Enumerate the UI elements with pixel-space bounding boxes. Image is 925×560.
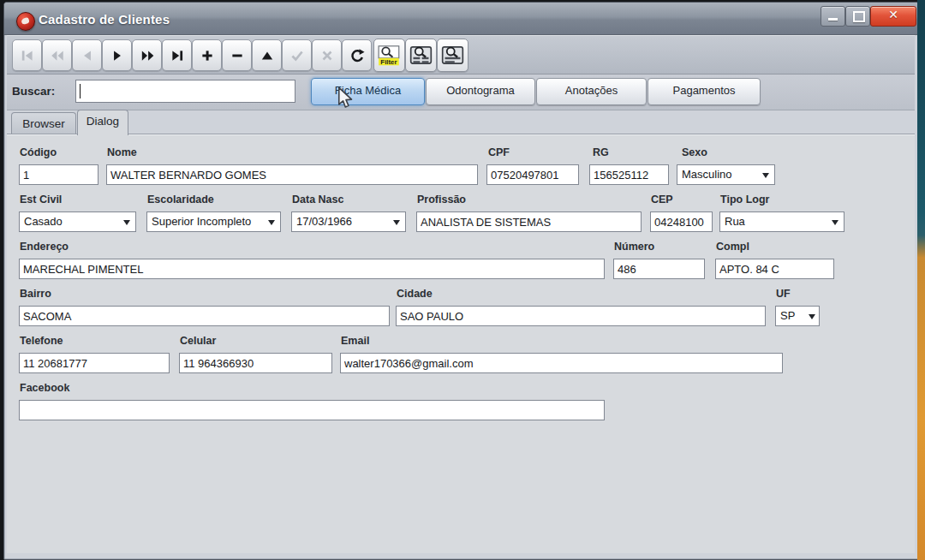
sexo-combobox[interactable]: Masculino [677, 164, 775, 185]
nav-next-page-button[interactable] [132, 39, 162, 71]
cpf-label: CPF [488, 146, 510, 158]
nav-first-button[interactable] [12, 39, 42, 71]
odontograma-button[interactable]: Odontograma [426, 78, 535, 105]
nav-last-button[interactable] [162, 39, 192, 71]
refresh-icon [349, 48, 365, 63]
sexo-value: Masculino [682, 168, 732, 181]
nav-delete-button[interactable] [222, 39, 252, 71]
delete-record-icon [230, 48, 245, 63]
search-input[interactable] [75, 80, 295, 103]
app-icon [16, 12, 35, 31]
post-edit-icon [289, 48, 305, 63]
find-record-icon [409, 45, 433, 66]
telefone-field[interactable] [19, 353, 170, 373]
escolaridade-label: Escolaridade [147, 194, 214, 206]
escolaridade-combobox[interactable]: Superior Incompleto [146, 211, 281, 232]
chevron-down-icon [762, 173, 769, 178]
nav-refresh-button[interactable] [342, 39, 372, 71]
email-field[interactable] [340, 353, 783, 373]
last-record-icon [170, 48, 185, 63]
pagamentos-button[interactable]: Pagamentos [648, 78, 761, 105]
search-label: Buscar: [12, 85, 55, 98]
celular-label: Celular [180, 335, 216, 347]
nav-edit-button[interactable] [252, 39, 282, 71]
est-civil-label: Est Civil [20, 194, 62, 206]
numero-label: Número [614, 241, 654, 253]
codigo-label: Código [20, 146, 57, 158]
first-record-icon [20, 48, 35, 63]
profissao-label: Profissão [417, 194, 466, 206]
nome-label: Nome [107, 146, 137, 158]
uf-value: SP [780, 309, 795, 322]
insert-record-icon [200, 48, 215, 63]
facebook-field[interactable] [19, 400, 605, 420]
screen: Cadastro de Clientes ✕ Filter [0, 0, 925, 560]
text-caret [80, 84, 81, 98]
uf-label: UF [776, 288, 791, 300]
minimize-icon [828, 18, 838, 21]
est-civil-value: Casado [24, 215, 63, 228]
cidade-field[interactable] [396, 306, 766, 326]
tab-dialog[interactable]: Dialog [77, 110, 128, 135]
uf-combobox[interactable]: SP [775, 306, 820, 326]
prior-record-icon [80, 48, 95, 63]
data-nasc-picker[interactable]: 17/03/1966 [291, 211, 406, 232]
bairro-field[interactable] [19, 306, 390, 326]
filter-label: Filter [380, 58, 397, 66]
search-dialog-icon [441, 45, 464, 66]
rg-label: RG [593, 146, 609, 158]
chevron-down-icon [809, 314, 815, 319]
est-civil-combobox[interactable]: Casado [19, 211, 136, 232]
maximize-icon [853, 11, 865, 22]
anotacoes-button[interactable]: Anotações [536, 78, 647, 105]
data-nasc-label: Data Nasc [292, 194, 343, 206]
nav-insert-button[interactable] [192, 39, 222, 71]
endereco-field[interactable] [19, 259, 605, 279]
nav-prior-button[interactable] [72, 39, 102, 71]
desktop-wallpaper [917, 0, 925, 560]
filter-button[interactable]: Filter [373, 39, 405, 72]
facebook-label: Facebook [20, 382, 69, 394]
window-title: Cadastro de Clientes [39, 12, 170, 27]
nav-cancel-button[interactable] [312, 39, 342, 71]
data-nasc-value: 17/03/1966 [296, 215, 352, 228]
compl-field[interactable] [715, 259, 834, 279]
cidade-label: Cidade [397, 288, 433, 300]
cep-field[interactable] [650, 211, 713, 232]
next-page-icon [140, 48, 155, 63]
rg-field[interactable] [589, 164, 669, 185]
codigo-field[interactable] [19, 164, 98, 185]
chevron-down-icon [832, 220, 838, 225]
nav-next-button[interactable] [102, 39, 132, 71]
search-dialog-button[interactable] [437, 39, 468, 72]
email-label: Email [341, 335, 369, 347]
bairro-label: Bairro [20, 288, 51, 300]
nome-field[interactable] [106, 164, 478, 185]
filter-icon: Filter [378, 45, 401, 66]
chevron-down-icon [393, 220, 400, 225]
cancel-edit-icon [319, 48, 335, 63]
escolaridade-value: Superior Incompleto [152, 215, 251, 228]
prior-page-icon [50, 48, 65, 63]
cep-label: CEP [651, 194, 673, 206]
titlebar[interactable]: Cadastro de Clientes [4, 3, 917, 35]
next-record-icon [110, 48, 125, 63]
maximize-button[interactable] [845, 6, 870, 27]
find-record-button[interactable] [405, 39, 437, 72]
telefone-label: Telefone [20, 335, 63, 347]
tipo-logr-combobox[interactable]: Rua [719, 211, 844, 232]
compl-label: Compl [716, 241, 749, 253]
minimize-button[interactable] [821, 6, 845, 27]
edit-record-icon [260, 48, 275, 63]
tab-browser[interactable]: Browser [11, 112, 76, 135]
close-button[interactable]: ✕ [870, 6, 916, 27]
numero-field[interactable] [613, 259, 705, 279]
profissao-field[interactable] [416, 211, 642, 232]
celular-field[interactable] [179, 353, 332, 373]
chevron-down-icon [123, 220, 130, 225]
nav-prior-page-button[interactable] [42, 39, 72, 71]
ficha-medica-button[interactable]: Ficha Médica [311, 78, 425, 105]
nav-post-button[interactable] [282, 39, 312, 71]
cpf-field[interactable] [486, 164, 579, 185]
tipo-logr-value: Rua [725, 215, 745, 228]
